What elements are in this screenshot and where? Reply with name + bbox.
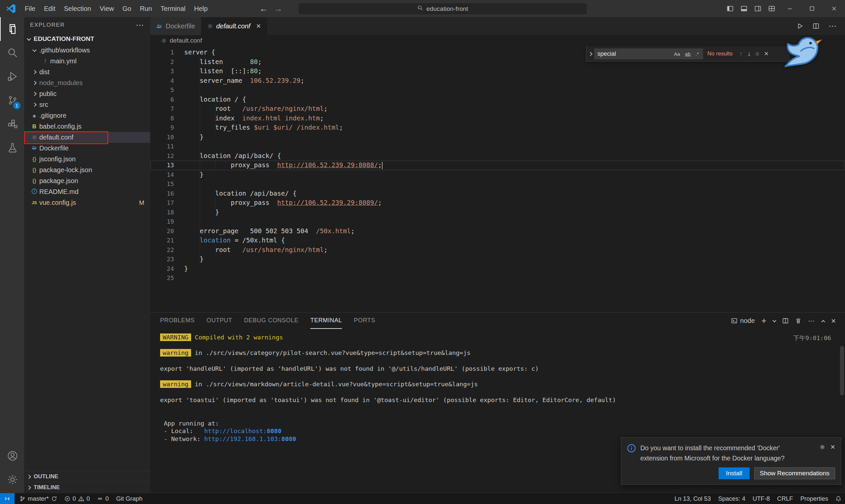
- git-modified-badge: M: [139, 199, 144, 206]
- find-next-icon[interactable]: ↓: [747, 50, 751, 58]
- code-line-16: 16 location /api/base/ {: [150, 189, 845, 199]
- menu-help[interactable]: Help: [190, 0, 212, 17]
- tree-item-package-json[interactable]: {}package.json: [24, 176, 150, 186]
- activity-run-and-debug-icon[interactable]: [0, 65, 24, 88]
- panel-tab-ports[interactable]: PORTS: [354, 313, 375, 329]
- split-terminal-icon[interactable]: [782, 318, 789, 324]
- code-editor[interactable]: 1server {2 listen 80;3 listen [::]:80;4 …: [150, 46, 845, 312]
- tree-item-default-conf[interactable]: default.conf: [24, 132, 150, 143]
- notification-settings-icon[interactable]: [820, 444, 825, 450]
- customize-layout-icon[interactable]: [765, 0, 779, 17]
- find-input[interactable]: special Aa ab .*: [594, 49, 703, 59]
- tree-item-node-modules[interactable]: node_modules: [24, 77, 150, 88]
- menu-file[interactable]: File: [20, 0, 40, 17]
- menu-view[interactable]: View: [95, 0, 118, 17]
- status-remote-indicator[interactable]: [0, 493, 15, 504]
- navigate-back-icon[interactable]: ←: [260, 0, 268, 17]
- regex-icon[interactable]: .*: [694, 51, 700, 57]
- show-recommendations-button[interactable]: Show Recommendations: [754, 467, 835, 479]
- tree-item-babel-config-js[interactable]: Bbabel.config.js: [24, 121, 150, 132]
- timeline-section[interactable]: TIMELINE: [24, 482, 150, 493]
- tree-item--gitignore[interactable]: ◆.gitignore: [24, 110, 150, 121]
- breadcrumb[interactable]: default.conf: [150, 35, 845, 46]
- status-eol[interactable]: CRLF: [773, 493, 796, 504]
- menu-selection[interactable]: Selection: [60, 0, 95, 17]
- split-editor-icon[interactable]: [813, 23, 819, 29]
- panel-tab-problems[interactable]: PROBLEMS: [160, 313, 195, 329]
- terminal-clock: 下午9:01:06: [793, 334, 831, 342]
- status-git-graph[interactable]: Git Graph: [112, 493, 146, 504]
- tree-item-dist[interactable]: dist: [24, 67, 150, 77]
- toggle-replace-icon[interactable]: [586, 46, 594, 61]
- panel-tab-debug-console[interactable]: DEBUG CONSOLE: [244, 313, 298, 329]
- activity-accounts-icon[interactable]: [0, 444, 24, 468]
- close-window-button[interactable]: [823, 0, 845, 17]
- tree-item-vue-config-js[interactable]: JSvue.config.jsM: [24, 197, 150, 208]
- explorer-more-actions-icon[interactable]: ⋯: [136, 20, 144, 30]
- activity-extensions-icon[interactable]: [0, 112, 24, 136]
- tree-item-src[interactable]: src: [24, 99, 150, 110]
- status-language-mode[interactable]: Properties: [797, 493, 832, 504]
- folder-chevron-icon: [29, 71, 39, 74]
- tree-item-main-yml[interactable]: !main.yml: [24, 56, 150, 67]
- command-center-search[interactable]: education-front: [298, 3, 587, 15]
- menu-run[interactable]: Run: [136, 0, 156, 17]
- panel-more-actions-icon[interactable]: ⋯: [808, 317, 815, 325]
- close-find-icon[interactable]: ×: [764, 50, 769, 58]
- tree-item-jsconfig-json[interactable]: {}jsconfig.json: [24, 154, 150, 165]
- menu-edit[interactable]: Edit: [40, 0, 59, 17]
- close-tab-icon[interactable]: ×: [256, 22, 261, 30]
- toggle-secondary-sidebar-icon[interactable]: [751, 0, 765, 17]
- close-panel-icon[interactable]: ×: [831, 316, 836, 326]
- find-previous-icon[interactable]: ↑: [739, 50, 743, 58]
- maximize-button[interactable]: [801, 0, 823, 17]
- status-problems[interactable]: 00: [61, 493, 94, 504]
- panel-tab-strip: PROBLEMSOUTPUTDEBUG CONSOLETERMINALPORTS: [160, 313, 387, 329]
- run-button[interactable]: [797, 23, 804, 29]
- kill-terminal-icon[interactable]: [795, 318, 802, 324]
- tree-item-package-lock-json[interactable]: {}package-lock.json: [24, 165, 150, 176]
- activity-test-explorer-icon[interactable]: [0, 136, 24, 160]
- activity-settings-icon[interactable]: [0, 468, 24, 491]
- find-in-selection-icon[interactable]: ≡: [756, 50, 759, 58]
- notification-close-icon[interactable]: ×: [830, 443, 835, 451]
- match-case-icon[interactable]: Aa: [673, 51, 681, 57]
- toggle-sidebar-icon[interactable]: [723, 0, 737, 17]
- maximize-panel-icon[interactable]: [822, 320, 825, 322]
- workspace-root-folder[interactable]: EDUCATION-FRONT: [24, 33, 150, 45]
- panel-tab-output[interactable]: OUTPUT: [207, 313, 232, 329]
- status-encoding[interactable]: UTF-8: [749, 493, 773, 504]
- tree-item-public[interactable]: public: [24, 88, 150, 99]
- code-line-17: 17 proxy_pass http://106.52.239.29:8089/…: [150, 198, 845, 208]
- status-cursor-position[interactable]: Ln 13, Col 53: [671, 493, 715, 504]
- tree-item--github-workflows[interactable]: .github\workflows: [24, 45, 150, 56]
- install-button[interactable]: Install: [719, 467, 750, 479]
- toggle-panel-icon[interactable]: [737, 0, 751, 17]
- yaml-file-icon: !: [40, 58, 50, 64]
- panel-tab-terminal[interactable]: TERMINAL: [310, 313, 342, 329]
- minimize-button[interactable]: [779, 0, 801, 17]
- tab-default-conf[interactable]: default.conf×: [201, 17, 267, 35]
- status-branch[interactable]: master*: [16, 493, 61, 504]
- activity-explorer-icon[interactable]: [0, 17, 24, 41]
- status-notifications-bell[interactable]: [832, 493, 845, 504]
- status-broadcast[interactable]: 0: [93, 493, 112, 504]
- tab-dockerfile[interactable]: Dockerfile: [150, 17, 201, 35]
- terminal-scrollbar[interactable]: [840, 346, 844, 395]
- status-indentation[interactable]: Spaces: 4: [715, 493, 749, 504]
- terminal-profile[interactable]: node: [731, 317, 755, 325]
- navigate-forward-icon[interactable]: →: [274, 0, 283, 17]
- conf-icon: [207, 23, 213, 29]
- menu-terminal[interactable]: Terminal: [156, 0, 190, 17]
- outline-section[interactable]: OUTLINE: [24, 471, 150, 482]
- editor-more-actions-icon[interactable]: ⋯: [828, 21, 837, 31]
- new-terminal-button[interactable]: +: [761, 316, 767, 326]
- whole-word-icon[interactable]: ab: [684, 51, 691, 57]
- activity-source-control-icon[interactable]: 1: [0, 88, 24, 112]
- terminal-profile-dropdown-icon[interactable]: [773, 320, 776, 322]
- tree-item-dockerfile[interactable]: Dockerfile: [24, 143, 150, 154]
- conf-file-icon: [161, 38, 167, 43]
- activity-search-icon[interactable]: [0, 41, 24, 65]
- tree-item-readme-md[interactable]: README.md: [24, 186, 150, 197]
- menu-go[interactable]: Go: [118, 0, 136, 17]
